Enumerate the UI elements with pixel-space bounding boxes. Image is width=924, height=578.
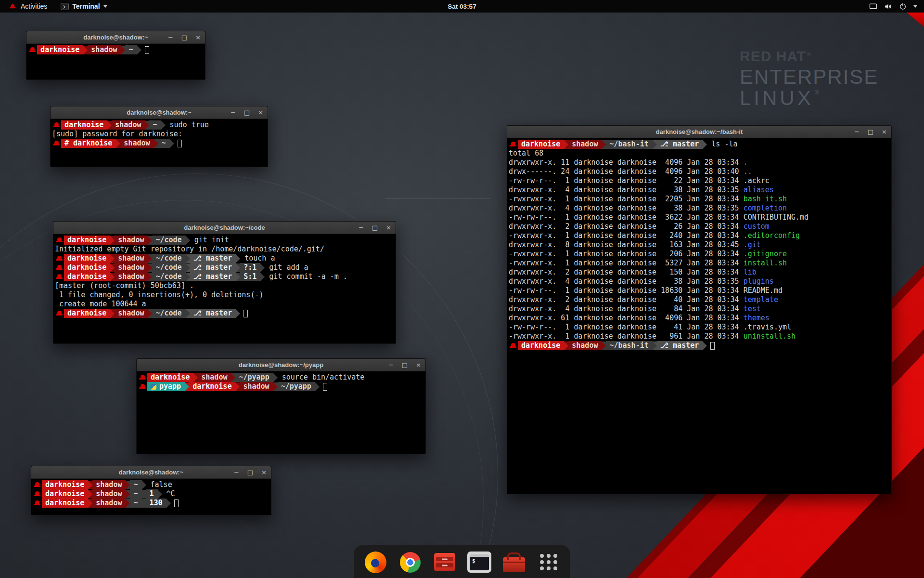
- window-titlebar[interactable]: darknoise@shadow:~/code − □ ×: [53, 222, 396, 234]
- maximize-button[interactable]: □: [247, 469, 253, 475]
- minimize-button[interactable]: −: [854, 129, 860, 135]
- terminal-content[interactable]: darknoiseshadow~/pyapp source bin/activa…: [137, 371, 425, 454]
- minimize-button[interactable]: −: [231, 109, 236, 116]
- prompt-segment: darknoise: [42, 489, 88, 499]
- app-menu-terminal[interactable]: Terminal: [57, 0, 110, 13]
- dock-item-chrome[interactable]: [397, 549, 423, 575]
- powerline-separator: [273, 382, 278, 391]
- clock[interactable]: Sat 03:57: [448, 3, 476, 10]
- terminal-text: ls -la: [707, 140, 737, 149]
- terminal-text: .: [744, 158, 748, 167]
- redhat-prompt-icon: [52, 121, 60, 129]
- dock-item-toolbox[interactable]: [501, 549, 527, 575]
- terminal-line: -rw-rw-r--. 1 darknoise darknoise 18630 …: [509, 286, 890, 295]
- window-buttons: − □ ×: [231, 106, 263, 118]
- terminal-window-bash-it[interactable]: darknoise@shadow:~/bash-it − □ × darknoi…: [507, 125, 892, 494]
- powerline-separator: [236, 254, 240, 263]
- close-button[interactable]: ×: [416, 362, 421, 368]
- window-buttons: − □ ×: [168, 31, 201, 43]
- powerline-separator: [88, 499, 92, 508]
- wallpaper-line: [385, 198, 490, 199]
- terminal-line: drwxrwxr-x. 4 darknoise darknoise 84 Jan…: [509, 304, 890, 314]
- prompt-segment: ~: [125, 45, 137, 54]
- prompt-segment: 1: [146, 489, 158, 499]
- terminal-cursor: [244, 310, 248, 317]
- powerline-separator: [170, 139, 174, 148]
- window-title: darknoise@shadow:~/pyapp: [239, 361, 323, 368]
- dock-item-files[interactable]: [432, 549, 458, 575]
- terminal-line: darknoiseshadow~/bash-it⎇ master: [509, 341, 890, 350]
- close-button[interactable]: ×: [195, 34, 201, 40]
- terminal-line: darknoiseshadow~/code⎇ master touch a: [55, 254, 394, 263]
- close-button[interactable]: ×: [258, 109, 263, 116]
- window-titlebar[interactable]: darknoise@shadow:~ − □ ×: [31, 466, 271, 479]
- terminal-line: -rwxrwxr-x. 1 darknoise darknoise 2205 J…: [509, 195, 890, 204]
- maximize-button[interactable]: □: [372, 224, 378, 231]
- prompt-segment: shadow: [240, 382, 273, 391]
- terminal-line: darknoiseshadow~/code⎇ master: [55, 309, 394, 318]
- window-titlebar[interactable]: darknoise@shadow:~ − □ ×: [26, 31, 205, 44]
- close-button[interactable]: ×: [882, 129, 887, 135]
- minimize-button[interactable]: −: [234, 469, 239, 475]
- terminal-window-sudo[interactable]: darknoise@shadow:~ − □ × darknoiseshadow…: [50, 106, 268, 167]
- minimize-button[interactable]: −: [168, 34, 173, 40]
- prompt-segment: shadow: [198, 373, 231, 382]
- desktop: RED HAT® ENTERPRISE LINUX® Activities Te…: [0, 0, 924, 578]
- terminal-window-home-2[interactable]: darknoise@shadow:~ − □ × darknoiseshadow…: [31, 466, 271, 515]
- terminal-line: create mode 100644 a: [55, 300, 394, 309]
- maximize-button[interactable]: □: [402, 362, 408, 368]
- registered-mark: ®: [815, 89, 820, 96]
- terminal-line: darknoiseshadow~130: [33, 499, 270, 508]
- powerline-separator: [564, 140, 568, 149]
- window-titlebar[interactable]: darknoise@shadow:~/bash-it − □ ×: [507, 126, 891, 138]
- terminal-window-code[interactable]: darknoise@shadow:~/code − □ × darknoises…: [53, 221, 396, 344]
- terminal-line: drwxrwxr-x. 4 darknoise darknoise 38 Jan…: [509, 204, 890, 213]
- registered-mark: ®: [807, 51, 811, 58]
- close-button[interactable]: ×: [261, 469, 267, 475]
- terminal-text: .editorconfig: [744, 231, 800, 240]
- terminal-text: drwx------. 24 darknoise darknoise 4096 …: [509, 167, 744, 176]
- prompt-segment: ⎇ master: [190, 254, 236, 263]
- maximize-button[interactable]: □: [244, 109, 250, 116]
- window-title: darknoise@shadow:~: [83, 34, 148, 41]
- close-button[interactable]: ×: [386, 224, 391, 231]
- powerline-separator: [653, 342, 657, 350]
- brand-enterprise: ENTERPRISE: [740, 66, 878, 88]
- dock-item-show-applications[interactable]: [536, 549, 562, 575]
- terminal-app-icon: [61, 3, 69, 10]
- minimize-button[interactable]: −: [359, 224, 364, 231]
- system-menu[interactable]: [869, 0, 919, 13]
- powerline-separator: [88, 481, 92, 489]
- terminal-line: darknoiseshadow~ false: [33, 480, 270, 489]
- terminal-text: -rwxrwxr-x. 1 darknoise darknoise 2205 J…: [509, 195, 744, 204]
- dock-item-terminal[interactable]: $: [466, 549, 492, 575]
- terminal-text: CONTRIBUTING.md: [744, 213, 808, 222]
- prompt-segment: shadow: [88, 45, 121, 54]
- powerline-separator: [236, 309, 240, 318]
- terminal-text: sudo true: [166, 120, 209, 130]
- maximize-button[interactable]: □: [181, 34, 187, 40]
- terminal-content[interactable]: darknoiseshadow~ falsedarknoiseshadow~1 …: [31, 479, 271, 515]
- terminal-content[interactable]: darknoiseshadow~/bash-it⎇ master ls -lat…: [507, 138, 891, 494]
- terminal-window-home-1[interactable]: darknoise@shadow:~ − □ × darknoiseshadow…: [26, 31, 205, 80]
- terminal-text: drwxrwxr-x. 11 darknoise darknoise 4096 …: [509, 158, 744, 167]
- minimize-button[interactable]: −: [388, 362, 394, 368]
- powerline-separator: [703, 342, 707, 350]
- dock-item-firefox[interactable]: [362, 549, 388, 575]
- window-titlebar[interactable]: darknoise@shadow:~ − □ ×: [51, 106, 268, 119]
- terminal-content[interactable]: darknoiseshadow~/code git initInitialize…: [53, 234, 396, 343]
- prompt-segment: darknoise: [189, 382, 235, 391]
- powerline-separator: [564, 342, 568, 350]
- maximize-button[interactable]: □: [868, 129, 873, 135]
- terminal-icon-prompt: $: [472, 558, 475, 564]
- prompt-segment: darknoise: [64, 236, 110, 245]
- window-titlebar[interactable]: darknoise@shadow:~/pyapp − □ ×: [137, 359, 425, 371]
- terminal-content[interactable]: darknoiseshadow~ sudo true[sudo] passwor…: [51, 119, 268, 167]
- window-title: darknoise@shadow:~: [127, 109, 191, 116]
- prompt-segment: ~: [130, 489, 141, 499]
- terminal-window-pyapp[interactable]: darknoise@shadow:~/pyapp − □ × darknoise…: [136, 358, 426, 454]
- activities-button[interactable]: Activities: [5, 0, 51, 13]
- terminal-line: drwxrwxr-x. 2 darknoise darknoise 150 Ja…: [509, 268, 890, 277]
- prompt-segment: ~/code: [152, 236, 185, 245]
- terminal-content[interactable]: darknoiseshadow~: [26, 44, 205, 79]
